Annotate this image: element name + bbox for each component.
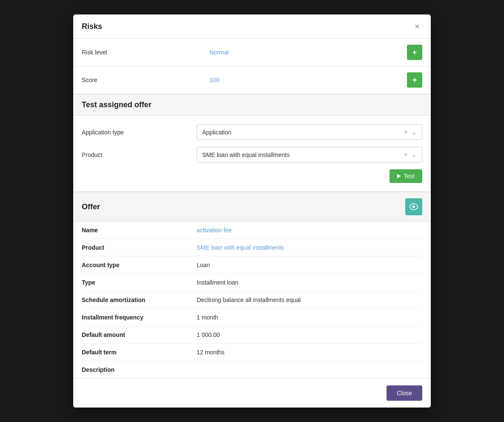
modal-overlay: Risks × Risk level Normal + Score 100 + … xyxy=(73,14,431,408)
offer-product-row: Product SME loan with equal installments xyxy=(82,239,422,257)
score-row: Score 100 + xyxy=(73,66,431,94)
offer-schedule-amortization-value: Declining balance all installments equal xyxy=(197,297,422,303)
application-type-select-actions: × ⌄ xyxy=(404,128,417,136)
offer-schedule-amortization-label: Schedule amortization xyxy=(82,297,197,303)
risks-modal: Risks × Risk level Normal + Score 100 + … xyxy=(73,14,431,408)
risk-level-value: Normal xyxy=(209,49,407,56)
product-clear-icon[interactable]: × xyxy=(404,151,408,159)
offer-schedule-amortization-row: Schedule amortization Declining balance … xyxy=(82,291,422,309)
risk-level-label: Risk level xyxy=(82,49,209,56)
offer-name-label: Name xyxy=(82,227,197,234)
product-label: Product xyxy=(82,151,197,158)
score-add-button[interactable]: + xyxy=(407,72,422,88)
offer-description-label: Description xyxy=(82,366,197,373)
application-type-label: Application type xyxy=(82,129,197,136)
test-button[interactable]: Test xyxy=(389,169,422,183)
product-row: Product SME loan with equal installments… xyxy=(82,147,422,163)
offer-installment-frequency-value: 1 month xyxy=(197,314,422,321)
application-type-select-value: Application xyxy=(202,129,404,136)
product-select[interactable]: SME loan with equal installments × ⌄ xyxy=(197,147,422,163)
offer-account-type-value: Loan xyxy=(197,262,422,268)
offer-name-row: Name activation fee xyxy=(82,222,422,239)
offer-account-type-label: Account type xyxy=(82,262,197,268)
test-button-row: Test xyxy=(82,169,422,183)
offer-default-amount-label: Default amount xyxy=(82,331,197,338)
offer-details: Name activation fee Product SME loan wit… xyxy=(73,222,431,378)
product-chevron-icon[interactable]: ⌄ xyxy=(411,151,417,159)
application-type-chevron-icon[interactable]: ⌄ xyxy=(411,128,417,136)
offer-product-value[interactable]: SME loan with equal installments xyxy=(197,244,422,251)
risk-level-row: Risk level Normal + xyxy=(73,39,431,66)
modal-close-x-button[interactable]: × xyxy=(412,21,422,31)
offer-default-amount-row: Default amount 1 000.00 xyxy=(82,326,422,344)
svg-point-1 xyxy=(412,205,415,208)
score-label: Score xyxy=(82,77,209,83)
offer-installment-frequency-label: Installment frequency xyxy=(82,314,197,321)
offer-type-value: Installment loan xyxy=(197,279,422,286)
offer-account-type-row: Account type Loan xyxy=(82,257,422,274)
test-assigned-offer-title: Test assigned offer xyxy=(82,100,152,109)
offer-section-title: Offer xyxy=(82,202,100,211)
offer-type-row: Type Installment loan xyxy=(82,274,422,291)
product-select-value: SME loan with equal installments xyxy=(202,151,404,158)
modal-footer: Close xyxy=(73,378,431,408)
offer-installment-frequency-row: Installment frequency 1 month xyxy=(82,309,422,326)
test-button-label: Test xyxy=(404,173,415,180)
offer-default-term-row: Default term 12 months xyxy=(82,344,422,361)
score-value: 100 xyxy=(209,77,407,83)
close-button[interactable]: Close xyxy=(387,385,422,401)
offer-product-label: Product xyxy=(82,244,197,251)
offer-type-label: Type xyxy=(82,279,197,286)
offer-eye-button[interactable] xyxy=(405,198,422,215)
offer-section-header: Offer xyxy=(73,192,431,222)
offer-name-value[interactable]: activation fee xyxy=(197,227,422,234)
application-type-clear-icon[interactable]: × xyxy=(404,128,408,136)
test-assigned-offer-section-header: Test assigned offer xyxy=(73,94,431,116)
offer-default-term-value: 12 months xyxy=(197,349,422,356)
offer-default-amount-value: 1 000.00 xyxy=(197,331,422,338)
risk-level-add-button[interactable]: + xyxy=(407,45,422,60)
modal-title: Risks xyxy=(82,22,102,31)
eye-icon xyxy=(410,203,418,210)
modal-header: Risks × xyxy=(73,14,431,39)
play-icon xyxy=(397,174,401,178)
offer-default-term-label: Default term xyxy=(82,349,197,356)
application-type-select[interactable]: Application × ⌄ xyxy=(197,124,422,140)
application-type-row: Application type Application × ⌄ xyxy=(82,124,422,140)
offer-description-row: Description xyxy=(82,361,422,378)
test-assigned-offer-form: Application type Application × ⌄ Product… xyxy=(73,116,431,192)
product-select-actions: × ⌄ xyxy=(404,151,417,159)
